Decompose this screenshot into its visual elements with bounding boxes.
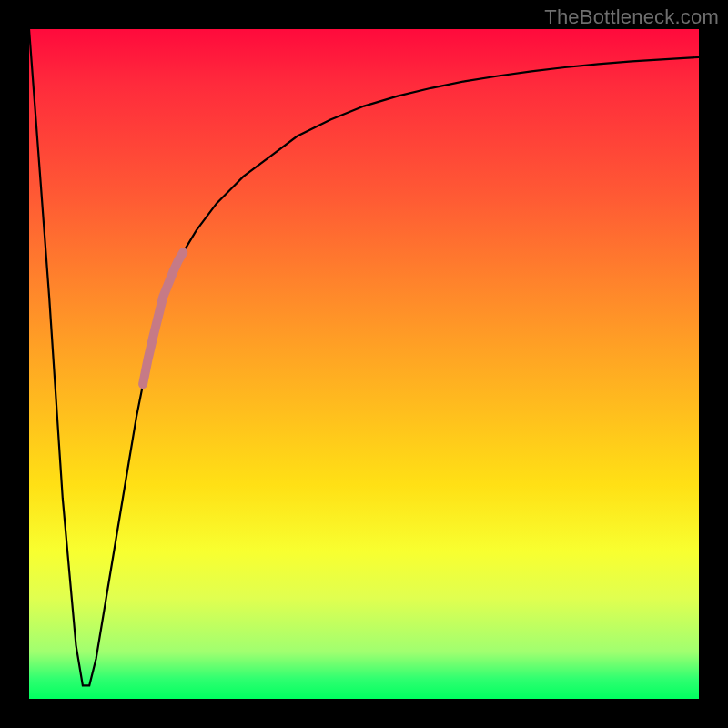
bottleneck-curve-path (29, 29, 699, 685)
plot-area (29, 29, 699, 699)
chart-frame: TheBottleneck.com (0, 0, 728, 728)
highlight-segment (143, 252, 183, 384)
watermark-text: TheBottleneck.com (544, 5, 719, 29)
curve-svg (29, 29, 699, 699)
